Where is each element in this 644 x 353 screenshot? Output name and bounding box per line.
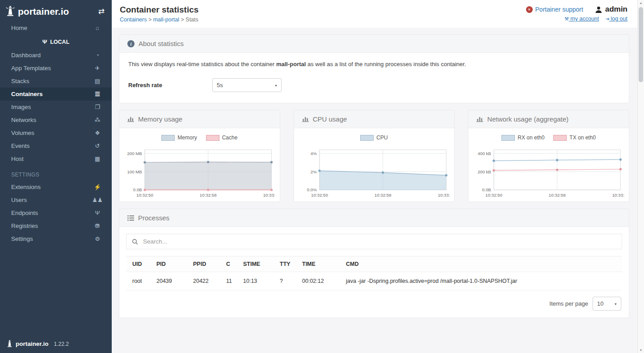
sidebar-item-label: Networks: [11, 117, 36, 123]
column-header-ppid[interactable]: PPID: [189, 256, 222, 272]
about-statistics-header: i About statistics: [119, 35, 629, 53]
sidebar-item-label: Images: [11, 104, 31, 110]
endpoint-label: LOCAL: [50, 39, 69, 45]
sidebar-item-label: Containers: [11, 91, 43, 97]
sidebar-item-label: Dashboard: [11, 52, 41, 59]
lighthouse-footer-icon: [6, 340, 13, 348]
svg-text:10:33:02: 10:33:02: [263, 193, 275, 198]
table-cell: 11: [222, 272, 239, 290]
sidebar-item-label: Extensions: [11, 184, 41, 190]
sidebar-item-label: Events: [11, 143, 29, 149]
sidebar-item-label: Home: [11, 25, 27, 31]
legend-label: Memory: [177, 134, 197, 141]
sidebar-item-label: Endpoints: [11, 210, 38, 216]
lighthouse-icon: [5, 6, 15, 17]
user-menu[interactable]: admin: [595, 5, 627, 14]
sidebar-item-host[interactable]: Host▦: [0, 152, 112, 165]
widget-title: About statistics: [139, 40, 184, 47]
column-header-time[interactable]: TIME: [298, 256, 341, 272]
sidebar-item-label: Users: [11, 197, 27, 203]
legend-swatch: [360, 135, 374, 141]
svg-text:10:32:58: 10:32:58: [549, 193, 566, 198]
search-input[interactable]: [142, 238, 616, 245]
sidebar-item-containers[interactable]: Containers☰: [0, 88, 112, 101]
table-cell: 00:02:12: [298, 272, 341, 290]
sidebar-footer: portainer.io 1.22.2: [0, 335, 112, 353]
sidebar-item-home[interactable]: Home⌂: [0, 21, 112, 34]
refresh-rate-select[interactable]: 5s: [212, 78, 282, 92]
breadcrumb-mall-portal[interactable]: mall-portal: [153, 17, 179, 23]
column-header-tty[interactable]: TTY: [275, 256, 298, 272]
th-list-icon: ☰: [92, 91, 103, 97]
sidebar-item-events[interactable]: Events↺: [0, 139, 112, 152]
collapse-sidebar-icon[interactable]: ⇄: [98, 7, 105, 16]
history-icon: ↺: [92, 143, 103, 149]
log-out-link[interactable]: ⇥ log out: [605, 16, 627, 22]
refresh-rate-select-wrap: 5s: [212, 78, 282, 92]
table-footer: Items per page 10: [126, 290, 622, 311]
sidebar-item-endpoints[interactable]: EndpointsΨ: [0, 206, 112, 219]
sidebar-item-dashboard[interactable]: Dashboard◔: [0, 49, 112, 62]
process-table-body: root20439204221110:13?00:02:12java -jar …: [126, 272, 622, 290]
portainer-support-link[interactable]: ✕ Portainer support: [526, 6, 583, 13]
legend-item-cache: Cache: [206, 134, 238, 141]
column-header-cmd[interactable]: CMD: [341, 256, 622, 272]
sidebar-item-volumes[interactable]: Volumes❖: [0, 126, 112, 139]
legend-label: TX on eth0: [569, 134, 596, 141]
scrollbar-thumb[interactable]: [639, 7, 643, 82]
column-header-uid[interactable]: UID: [126, 256, 152, 272]
bolt-icon: ⚡: [92, 184, 103, 190]
sidebar-item-registries[interactable]: Registries⛃: [0, 219, 112, 232]
wrench-icon: ⚒: [564, 16, 569, 22]
sidebar-item-users[interactable]: Users♟♟: [0, 193, 112, 206]
server-icon: ▦: [92, 155, 103, 162]
svg-text:200 MB: 200 MB: [127, 151, 142, 156]
legend-swatch: [161, 135, 175, 141]
sidebar-item-settings[interactable]: Settings⚙: [0, 232, 112, 245]
sidebar-item-stacks[interactable]: Stacks▤: [0, 75, 112, 88]
legend-item-tx-on-eth0: TX on eth0: [553, 134, 596, 141]
svg-text:200 kB: 200 kB: [478, 169, 491, 174]
charts-row: Memory usage MemoryCache 200 MB100 MB0.0…: [119, 110, 629, 202]
svg-text:0.0B: 0.0B: [482, 187, 491, 192]
sidebar-endpoint-local: ΨLOCAL: [0, 34, 112, 49]
sidebar-item-label: Registries: [11, 223, 38, 229]
rocket-icon: ✈: [92, 65, 103, 71]
search-icon: [132, 239, 138, 245]
breadcrumb-separator: >: [147, 17, 153, 23]
sidebar-header: portainer.io ⇄: [0, 0, 112, 21]
svg-text:10:32:50: 10:32:50: [311, 193, 328, 198]
bar-chart-icon: [302, 116, 309, 122]
sidebar-item-images[interactable]: Images❐: [0, 101, 112, 113]
plug-icon: Ψ: [42, 38, 47, 45]
breadcrumb-stats: Stats: [185, 17, 198, 23]
breadcrumb-containers[interactable]: Containers: [120, 17, 147, 23]
svg-text:400 kB: 400 kB: [478, 151, 491, 156]
sidebar-item-app-templates[interactable]: App Templates✈: [0, 62, 112, 75]
legend-label: CPU: [376, 134, 387, 141]
widget-title: Memory usage: [138, 115, 182, 123]
svg-text:10:32:50: 10:32:50: [136, 193, 153, 198]
sidebar-item-networks[interactable]: Networks⁂: [0, 113, 112, 126]
scrollbar-up-arrow[interactable]: ▲: [638, 1, 644, 4]
my-account-link[interactable]: ⚒ my account: [564, 16, 599, 22]
memory-chart-legend: MemoryCache: [124, 134, 275, 141]
sitemap-icon: ⁂: [92, 117, 103, 123]
table-cell: 20439: [152, 272, 189, 290]
scrollbar-down-arrow[interactable]: ▼: [638, 349, 644, 352]
topbar-right: ✕ Portainer support admin ⚒ my account ⇥…: [526, 5, 627, 24]
svg-text:0.0%: 0.0%: [307, 187, 316, 192]
cpu-usage-chart: 4%2%0.0%10:32:5010:32:5810:33:02: [299, 145, 450, 200]
column-header-stime[interactable]: STIME: [239, 256, 275, 272]
column-header-c[interactable]: C: [222, 256, 239, 272]
svg-text:10:32:58: 10:32:58: [200, 193, 217, 198]
svg-text:10:33:02: 10:33:02: [438, 193, 450, 198]
footer-version: 1.22.2: [54, 341, 69, 347]
sidebar-item-label: Settings: [11, 235, 33, 242]
sidebar-item-extensions[interactable]: Extensions⚡: [0, 181, 112, 193]
svg-text:2%: 2%: [310, 169, 316, 174]
portainer-logo[interactable]: portainer.io: [5, 6, 69, 17]
items-per-page-select[interactable]: 10: [593, 297, 621, 311]
sidebar: portainer.io ⇄ Home⌂ΨLOCALDashboard◔App …: [0, 0, 112, 353]
column-header-pid[interactable]: PID: [152, 256, 189, 272]
